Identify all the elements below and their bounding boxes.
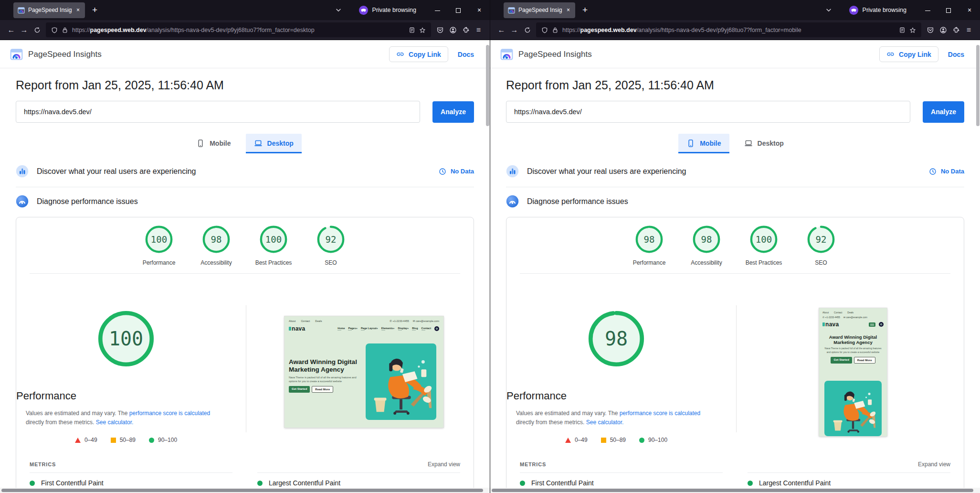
- seo-gauge: 92: [806, 225, 836, 254]
- browser-tab[interactable]: PageSpeed Insights ×: [504, 2, 575, 18]
- no-data-badge[interactable]: No Data: [929, 168, 964, 175]
- minimize-button[interactable]: [427, 0, 448, 20]
- site-screenshot-mobile: About Contact Deals ✆ +1-2233-4455 ✉ car…: [819, 308, 887, 436]
- preview-read-more-button: Read More: [312, 386, 333, 393]
- field-data-section: Discover what your real users are experi…: [506, 165, 964, 178]
- analyze-button[interactable]: Analyze: [432, 101, 474, 123]
- horizontal-scrollbar[interactable]: [490, 488, 980, 493]
- horizontal-scrollbar[interactable]: [0, 488, 490, 493]
- new-tab-button[interactable]: +: [582, 5, 588, 15]
- new-tab-button[interactable]: +: [92, 5, 97, 15]
- list-tabs-chevron-icon[interactable]: [335, 7, 342, 13]
- score-disclaimer: Values are estimated and may vary. The p…: [516, 409, 717, 427]
- reload-icon[interactable]: [521, 26, 534, 34]
- bookmark-star-icon[interactable]: [419, 27, 426, 33]
- calc-link-1[interactable]: performance score is calculated: [620, 410, 700, 417]
- vertical-scrollbar[interactable]: [976, 45, 980, 126]
- performance-gauge: 98: [634, 225, 664, 254]
- link-icon: [886, 50, 895, 58]
- score-legend: 0–49 50–89 90–100: [16, 437, 236, 443]
- legend-pass-icon: [149, 438, 154, 443]
- tab-mobile[interactable]: Mobile: [188, 134, 239, 153]
- private-browsing-label: Private browsing: [863, 7, 906, 13]
- back-icon[interactable]: ←: [5, 26, 18, 34]
- docs-link[interactable]: Docs: [948, 51, 964, 58]
- forward-icon[interactable]: →: [18, 26, 31, 34]
- lighthouse-card: 100 Performance 98 Accessibility: [16, 217, 474, 493]
- legend-pass-icon: [639, 438, 644, 443]
- score-seo[interactable]: 92 SEO: [305, 225, 357, 266]
- reader-view-icon[interactable]: [899, 27, 906, 33]
- see-calculator-link[interactable]: See calculator.: [586, 419, 624, 426]
- close-window-button[interactable]: ×: [959, 0, 980, 20]
- analyze-url-input[interactable]: [16, 101, 420, 123]
- tab-close-icon[interactable]: ×: [566, 7, 571, 13]
- forward-icon[interactable]: →: [508, 26, 521, 34]
- clock-info-icon: [439, 168, 446, 175]
- see-calculator-link[interactable]: See calculator.: [96, 419, 134, 426]
- analyze-button[interactable]: Analyze: [923, 101, 964, 123]
- score-best-practices[interactable]: 100 Best Practices: [247, 225, 300, 266]
- maximize-button[interactable]: [448, 0, 469, 20]
- list-tabs-chevron-icon[interactable]: [825, 7, 832, 13]
- bookmark-star-icon[interactable]: [909, 27, 916, 33]
- navigation-toolbar: ← → https://pagespeed.web.dev/analysis/h…: [490, 20, 980, 40]
- private-browsing-badge: Private browsing: [849, 6, 906, 15]
- tab-desktop[interactable]: Desktop: [246, 134, 302, 153]
- vertical-scrollbar[interactable]: [486, 45, 489, 126]
- score-performance[interactable]: 98 Performance: [623, 225, 675, 266]
- tab-close-icon[interactable]: ×: [75, 7, 81, 13]
- performance-gauge: 100: [144, 225, 174, 254]
- score-accessibility[interactable]: 98 Accessibility: [190, 225, 242, 266]
- url-text: https://pagespeed.web.dev/analysis/https…: [72, 27, 405, 33]
- report-title: Report from Jan 25, 2025, 11:56:40 AM: [506, 78, 964, 92]
- extensions-icon[interactable]: [459, 26, 472, 34]
- back-icon[interactable]: ←: [495, 26, 508, 34]
- lock-icon[interactable]: [62, 27, 68, 33]
- divider: [246, 305, 246, 432]
- preview-logo: nava: [289, 325, 306, 332]
- pocket-icon[interactable]: [924, 26, 937, 34]
- site-screenshot-desktop: About Contact Deals ✆ +1-2233-4455✉ care…: [285, 316, 443, 428]
- reader-view-icon[interactable]: [409, 27, 415, 33]
- address-bar[interactable]: https://pagespeed.web.dev/analysis/https…: [46, 22, 431, 37]
- divider: [16, 187, 474, 187]
- legend-fail-icon: [565, 438, 571, 443]
- score-seo[interactable]: 92 SEO: [795, 225, 847, 266]
- expand-view-button[interactable]: Expand view: [918, 461, 950, 468]
- account-icon[interactable]: [937, 26, 949, 34]
- divider: [506, 187, 964, 187]
- menu-icon[interactable]: ≡: [472, 26, 485, 34]
- copy-link-button[interactable]: Copy Link: [879, 46, 938, 62]
- docs-link[interactable]: Docs: [458, 51, 474, 58]
- account-icon[interactable]: [446, 26, 459, 34]
- close-window-button[interactable]: ×: [469, 0, 490, 20]
- copy-link-button[interactable]: Copy Link: [389, 46, 448, 62]
- category-scores: 100 Performance 98 Accessibility: [16, 217, 474, 266]
- expand-view-button[interactable]: Expand view: [428, 461, 460, 468]
- lighthouse-card: 98 Performance 98 Accessibility: [506, 217, 964, 493]
- tracking-shield-icon[interactable]: [541, 27, 548, 33]
- score-accessibility[interactable]: 98 Accessibility: [680, 225, 733, 266]
- extensions-icon[interactable]: [949, 26, 962, 34]
- reload-icon[interactable]: [31, 26, 43, 34]
- device-tabs: Mobile Desktop: [506, 134, 964, 153]
- field-data-heading: Discover what your real users are experi…: [527, 167, 686, 176]
- menu-icon[interactable]: ≡: [962, 26, 975, 34]
- pagespeed-favicon-icon: [508, 7, 515, 14]
- no-data-badge[interactable]: No Data: [439, 168, 474, 175]
- analyze-url-input[interactable]: [506, 101, 910, 123]
- pass-dot-icon: [520, 481, 525, 486]
- score-performance[interactable]: 100 Performance: [133, 225, 185, 266]
- minimize-button[interactable]: [917, 0, 938, 20]
- tab-desktop[interactable]: Desktop: [736, 134, 792, 153]
- address-bar[interactable]: https://pagespeed.web.dev/analysis/https…: [536, 22, 921, 37]
- browser-tab[interactable]: PageSpeed Insights ×: [13, 2, 85, 18]
- tracking-shield-icon[interactable]: [51, 27, 58, 33]
- score-best-practices[interactable]: 100 Best Practices: [738, 225, 790, 266]
- maximize-button[interactable]: [938, 0, 959, 20]
- pocket-icon[interactable]: [433, 26, 446, 34]
- calc-link-1[interactable]: performance score is calculated: [129, 410, 210, 417]
- tab-mobile[interactable]: Mobile: [678, 134, 729, 153]
- lock-icon[interactable]: [552, 27, 558, 33]
